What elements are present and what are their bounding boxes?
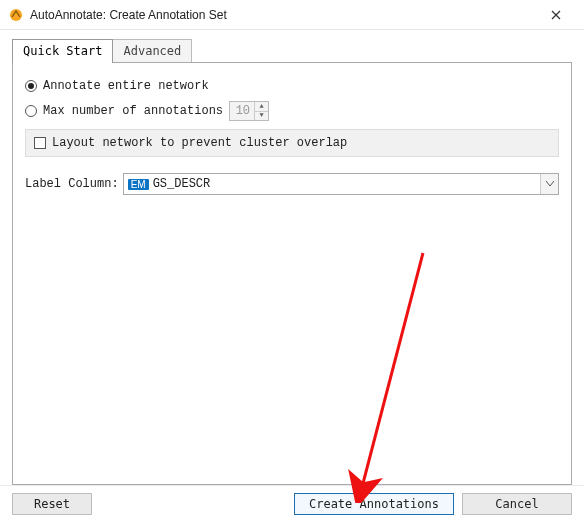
radio-max-annotations[interactable]: Max number of annotations ▲ ▼ [25, 101, 559, 121]
content-area: Quick Start Advanced Annotate entire net… [0, 30, 584, 485]
layout-overlap-checkbox[interactable] [34, 137, 46, 149]
tab-strip: Quick Start Advanced [12, 38, 572, 62]
cancel-button[interactable]: Cancel [462, 493, 572, 515]
tab-panel-quick-start: Annotate entire network Max number of an… [12, 62, 572, 485]
tab-quick-start[interactable]: Quick Start [12, 39, 113, 63]
tab-advanced-label: Advanced [123, 44, 181, 58]
create-annotations-button[interactable]: Create Annotations [294, 493, 454, 515]
annotation-arrow-icon [343, 243, 433, 503]
radio-annotate-entire-label: Annotate entire network [43, 79, 209, 93]
tab-advanced[interactable]: Advanced [112, 39, 192, 63]
spinner-arrows: ▲ ▼ [254, 102, 268, 120]
label-column-value: GS_DESCR [153, 177, 211, 191]
max-annotations-input[interactable] [230, 102, 254, 120]
em-badge-icon: EM [128, 179, 149, 190]
layout-overlap-label: Layout network to prevent cluster overla… [52, 136, 347, 150]
label-column-label: Label Column: [25, 177, 119, 191]
reset-button-label: Reset [34, 497, 70, 511]
tab-quick-start-label: Quick Start [23, 44, 102, 58]
create-button-label: Create Annotations [309, 497, 439, 511]
svg-line-1 [361, 253, 423, 491]
titlebar: AutoAnnotate: Create Annotation Set [0, 0, 584, 30]
window-title: AutoAnnotate: Create Annotation Set [30, 8, 536, 22]
max-annotations-spinner[interactable]: ▲ ▼ [229, 101, 269, 121]
cancel-button-label: Cancel [495, 497, 538, 511]
layout-overlap-row: Layout network to prevent cluster overla… [25, 129, 559, 157]
spinner-down-icon[interactable]: ▼ [255, 112, 268, 121]
reset-button[interactable]: Reset [12, 493, 92, 515]
chevron-down-icon [540, 174, 558, 194]
label-column-combo[interactable]: EM GS_DESCR [123, 173, 559, 195]
close-button[interactable] [536, 0, 576, 30]
spinner-up-icon[interactable]: ▲ [255, 102, 268, 112]
radio-annotate-entire[interactable]: Annotate entire network [25, 79, 559, 93]
label-column-row: Label Column: EM GS_DESCR [25, 173, 559, 195]
radio-icon [25, 105, 37, 117]
button-bar: Reset Create Annotations Cancel [0, 485, 584, 521]
radio-icon [25, 80, 37, 92]
radio-max-annotations-label: Max number of annotations [43, 104, 223, 118]
app-icon [8, 7, 24, 23]
